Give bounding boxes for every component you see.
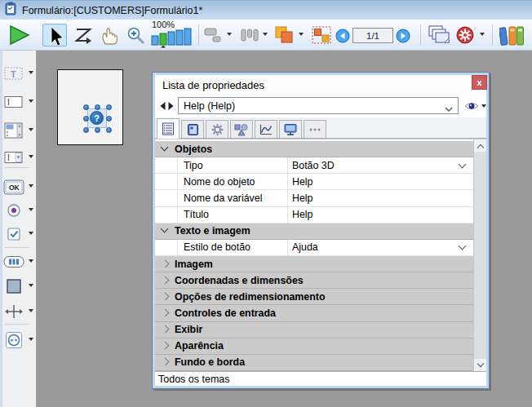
sidebar-tool-text[interactable]: T <box>3 64 34 83</box>
selection-handle[interactable] <box>106 104 112 110</box>
distribute-dropdown-chevron[interactable] <box>263 33 268 36</box>
tab-more[interactable] <box>304 120 326 138</box>
align-tool-button[interactable] <box>202 25 225 45</box>
chevron-right-icon[interactable] <box>162 309 170 317</box>
sidebar-tool-list-box[interactable] <box>3 121 34 140</box>
tab-options[interactable] <box>206 120 228 138</box>
sidebar-tool-combo-box[interactable]: I <box>3 148 34 167</box>
tab-property-list[interactable] <box>157 118 180 139</box>
object-selector-combobox[interactable]: Help (Help) <box>178 97 459 114</box>
eye-icon[interactable] <box>463 100 480 115</box>
section-fundo-e-borda[interactable]: Fundo e borda <box>155 355 473 371</box>
property-row-nome-da-variavel[interactable]: Nome da variávelHelp <box>155 190 473 206</box>
row-value[interactable]: Botão 3D <box>292 160 335 171</box>
next-page-button[interactable] <box>396 29 410 43</box>
sidebar-tool-rectangle[interactable] <box>3 276 34 296</box>
scrollbar[interactable] <box>473 139 486 371</box>
previous-page-button[interactable] <box>335 29 350 43</box>
section-aparencia[interactable]: Aparência <box>155 338 473 355</box>
property-row-tipo[interactable]: TipoBotão 3D <box>155 157 473 174</box>
chevron-down-icon[interactable] <box>29 259 33 263</box>
chevron-right-icon[interactable] <box>162 292 170 300</box>
layers-tool-button[interactable] <box>273 24 297 46</box>
row-value[interactable]: Help <box>292 192 313 204</box>
selection-handle[interactable] <box>95 127 100 133</box>
magnify-tool-button[interactable] <box>123 24 148 46</box>
form-page[interactable] <box>57 69 123 145</box>
chevron-down-icon[interactable] <box>29 338 33 341</box>
sidebar-tool-radio-button[interactable] <box>3 201 34 220</box>
sidebar-tool-button[interactable]: OK <box>3 177 34 197</box>
distribute-tool-button[interactable] <box>238 25 261 45</box>
selection-handle[interactable] <box>83 127 89 133</box>
chevron-down-icon[interactable] <box>459 242 467 250</box>
tab-data[interactable] <box>181 120 204 138</box>
section-imagem[interactable]: Imagem <box>155 256 473 272</box>
scroll-down-button[interactable] <box>474 359 486 371</box>
scroll-up-button[interactable] <box>474 139 486 152</box>
run-form-button[interactable] <box>7 23 31 47</box>
page-indicator-field[interactable]: 1/1 <box>352 28 393 43</box>
align-dropdown-chevron[interactable] <box>227 33 232 36</box>
chevron-right-icon[interactable] <box>162 325 170 334</box>
chevron-down-icon[interactable] <box>29 71 33 74</box>
property-row-nome-do-objeto[interactable]: Nome do objetoHelp <box>155 174 473 190</box>
chevron-down-icon[interactable] <box>29 284 33 287</box>
chevron-down-icon[interactable] <box>29 155 33 158</box>
sidebar-tool-splitter[interactable] <box>3 302 34 321</box>
selection-handle[interactable] <box>83 116 89 122</box>
object-library-button[interactable] <box>499 24 525 46</box>
property-row-titulo[interactable]: TítuloHelp <box>155 207 473 223</box>
duplicate-matrix-button[interactable] <box>310 24 335 46</box>
object-nav-arrows[interactable] <box>160 99 174 113</box>
sidebar-tool-plugin-area[interactable] <box>3 330 34 350</box>
chevron-down-icon[interactable] <box>29 232 33 235</box>
property-row-estilo-de-botao[interactable]: Estilo de botãoAjuda <box>155 240 473 256</box>
selection-tool-button[interactable] <box>42 24 67 46</box>
chevron-down-icon[interactable] <box>459 160 467 168</box>
chevron-right-icon[interactable] <box>162 342 170 350</box>
tab-objects[interactable] <box>230 120 253 138</box>
selection-handle[interactable] <box>106 127 112 133</box>
entry-order-tool-button[interactable] <box>72 24 95 46</box>
chevron-down-icon[interactable] <box>29 128 33 131</box>
chevron-down-icon[interactable] <box>29 184 33 188</box>
chevron-right-icon[interactable] <box>162 259 170 268</box>
theme-filter-label[interactable]: Todos os temas <box>158 374 230 385</box>
layers-dropdown-chevron[interactable] <box>299 33 304 36</box>
chevron-down-icon[interactable] <box>161 143 169 151</box>
pan-tool-button[interactable] <box>97 24 122 46</box>
chevron-down-icon[interactable] <box>29 208 33 211</box>
window-titlebar[interactable]: Formulário:[CUSTOMERS]Formulário1* <box>0 0 532 20</box>
tab-display[interactable] <box>279 120 302 138</box>
row-value[interactable]: Ajuda <box>292 241 318 253</box>
panel-titlebar[interactable]: Lista de propriedades <box>155 75 486 95</box>
section-exibir[interactable]: Exibir <box>155 322 473 338</box>
tab-events[interactable] <box>255 120 277 138</box>
selection-handle[interactable] <box>95 104 100 110</box>
events-button[interactable] <box>455 25 475 45</box>
help-button-object[interactable]: ? <box>90 111 104 125</box>
section-opcoes-de-redimensionamento[interactable]: Opções de redimensionamento <box>155 289 473 305</box>
selection-handle[interactable] <box>83 104 89 110</box>
section-controles-de-entrada[interactable]: Controles de entrada <box>155 305 473 321</box>
row-value[interactable]: Help <box>292 176 313 188</box>
form-pages-button[interactable] <box>427 24 451 46</box>
sidebar-tool-input[interactable]: I <box>3 92 34 112</box>
chevron-down-icon[interactable] <box>161 225 169 233</box>
chevron-down-icon[interactable] <box>29 309 33 312</box>
selection-handle[interactable] <box>106 116 112 122</box>
section-texto-e-imagem[interactable]: Texto e imagem <box>155 223 473 240</box>
row-value[interactable]: Help <box>292 209 313 220</box>
chevron-right-icon[interactable] <box>162 358 170 366</box>
close-button[interactable]: x <box>472 75 487 90</box>
events-dropdown-chevron[interactable] <box>480 33 485 36</box>
section-objetos[interactable]: Objetos <box>155 141 473 157</box>
chevron-right-icon[interactable] <box>162 276 170 284</box>
section-coordenadas-e-dimensoes[interactable]: Coordenadas e dimensões <box>155 272 473 289</box>
chevron-down-icon[interactable] <box>29 100 33 103</box>
sidebar-tool-checkbox[interactable] <box>3 224 34 244</box>
eye-dropdown-chevron[interactable] <box>481 104 486 108</box>
sidebar-tool-button-bar[interactable] <box>3 252 34 272</box>
zoom-scale-widget[interactable] <box>151 28 193 48</box>
